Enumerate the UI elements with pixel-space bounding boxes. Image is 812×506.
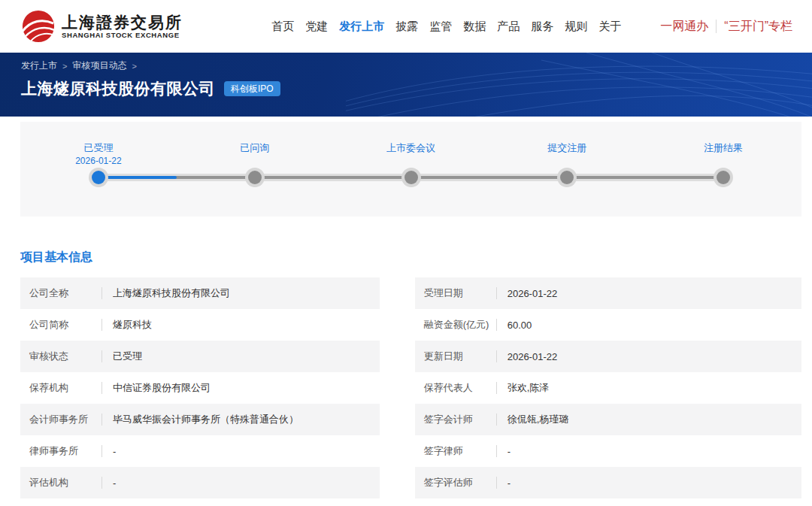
info-row-label: 更新日期 <box>424 350 496 363</box>
info-row-right-3: 更新日期2026-01-22 <box>415 341 801 372</box>
info-row-label: 会计师事务所 <box>29 413 102 426</box>
info-row-divider <box>102 477 102 489</box>
info-row-left-6: 律师事务所- <box>20 435 380 467</box>
info-row-value: 上海燧原科技股份有限公司 <box>113 286 230 300</box>
section-title-basic-info: 项目基本信息 <box>20 250 812 265</box>
quick-link-sankaimen[interactable]: “三开门”专栏 <box>724 19 792 35</box>
info-row-divider <box>496 287 497 299</box>
timeline-step-dot <box>245 168 265 187</box>
info-row-divider <box>496 319 497 331</box>
info-row-label: 律师事务所 <box>29 444 102 458</box>
info-row-label: 保荐代表人 <box>424 381 496 395</box>
nav-item-2[interactable]: 党建 <box>305 20 328 34</box>
info-row-label: 保荐机构 <box>29 381 102 395</box>
page-banner: 发行上市 > 审核项目动态 > 上海燧原科技股份有限公司 科创板IPO <box>0 53 812 117</box>
project-info-tables: 公司全称上海燧原科技股份有限公司公司简称燧原科技审核状态已受理保荐机构中信证券股… <box>20 277 801 498</box>
info-row-label: 签字会计师 <box>424 413 496 426</box>
logo-text-en: SHANGHAI STOCK EXCHANGE <box>62 31 183 39</box>
info-row-divider <box>102 445 102 457</box>
nav-item-5[interactable]: 监管 <box>429 20 452 34</box>
info-row-divider <box>496 382 497 394</box>
timeline-step-label: 注册结果 <box>663 141 783 155</box>
sse-logo-icon <box>21 9 56 44</box>
nav-item-3[interactable]: 发行上市 <box>339 20 384 34</box>
info-row-left-2: 公司简称燧原科技 <box>20 309 380 341</box>
info-row-left-4: 保荐机构中信证券股份有限公司 <box>20 372 380 404</box>
breadcrumb-separator: > <box>132 62 136 71</box>
info-row-right-1: 受理日期2026-01-22 <box>415 277 801 309</box>
timeline-step-4: 提交注册 <box>507 122 627 155</box>
timeline-progress <box>98 176 177 179</box>
info-row-right-4: 保荐代表人张欢,陈泽 <box>415 372 801 404</box>
info-row-label: 评估机构 <box>29 476 102 489</box>
info-row-label: 签字评估师 <box>424 476 496 489</box>
timeline-step-dot <box>714 168 733 187</box>
timeline-step-label: 提交注册 <box>507 141 627 155</box>
nav-item-8[interactable]: 服务 <box>531 20 553 34</box>
info-row-value: - <box>113 446 116 457</box>
info-row-value: 徐侃瓴,杨瑾璐 <box>508 413 569 426</box>
info-row-left-1: 公司全称上海燧原科技股份有限公司 <box>20 277 380 309</box>
audit-timeline: 已受理2026-01-22已问询上市委会议提交注册注册结果 <box>20 122 801 217</box>
info-row-label: 签字律师 <box>424 444 496 458</box>
logo-text-cn: 上海證券交易所 <box>62 14 183 31</box>
info-row-divider <box>496 350 497 362</box>
timeline-step-label: 已问询 <box>195 141 315 155</box>
info-row-divider <box>496 445 497 457</box>
info-row-value: 燧原科技 <box>113 318 152 332</box>
nav-item-7[interactable]: 产品 <box>497 20 520 34</box>
quick-links-divider <box>716 20 717 33</box>
timeline-step-3: 上市委会议 <box>351 122 471 155</box>
info-row-divider <box>102 350 102 362</box>
top-header: 上海證券交易所 SHANGHAI STOCK EXCHANGE 首页党建发行上市… <box>0 0 812 53</box>
timeline-step-dot <box>89 168 108 187</box>
info-row-value: 毕马威华振会计师事务所（特殊普通合伙） <box>113 413 298 426</box>
timeline-step-label: 上市委会议 <box>351 141 471 155</box>
info-row-value: - <box>508 446 511 457</box>
page-title: 上海燧原科技股份有限公司 <box>21 78 215 99</box>
info-row-label: 审核状态 <box>29 350 102 363</box>
sse-logo[interactable]: 上海證券交易所 SHANGHAI STOCK EXCHANGE <box>21 9 183 44</box>
timeline-step-dot <box>557 168 577 187</box>
info-row-value: 中信证券股份有限公司 <box>113 381 211 395</box>
info-row-value: 张欢,陈泽 <box>508 381 550 395</box>
board-badge: 科创板IPO <box>224 81 280 96</box>
info-row-divider <box>102 414 102 426</box>
info-table-left: 公司全称上海燧原科技股份有限公司公司简称燧原科技审核状态已受理保荐机构中信证券股… <box>20 277 380 498</box>
timeline-step-2: 已问询 <box>195 122 315 155</box>
nav-item-6[interactable]: 数据 <box>463 20 486 34</box>
quick-link-yiwangtongban[interactable]: 一网通办 <box>660 19 708 35</box>
timeline-step-1: 已受理2026-01-22 <box>38 122 159 166</box>
breadcrumb: 发行上市 > 审核项目动态 > <box>21 59 812 72</box>
timeline-step-dot <box>401 168 421 187</box>
info-row-left-5: 会计师事务所毕马威华振会计师事务所（特殊普通合伙） <box>20 404 380 435</box>
info-row-left-7: 评估机构- <box>20 467 380 498</box>
breadcrumb-item-fxss[interactable]: 发行上市 <box>21 59 57 72</box>
info-row-divider <box>102 319 102 331</box>
info-row-label: 公司全称 <box>29 286 102 300</box>
timeline-step-date: 2026-01-22 <box>38 156 159 166</box>
quick-links: 一网通办 “三开门”专栏 <box>660 19 792 35</box>
info-row-value: - <box>508 477 511 489</box>
nav-item-9[interactable]: 规则 <box>565 20 587 34</box>
info-row-divider <box>102 382 102 394</box>
info-row-value: 2026-01-22 <box>508 288 558 299</box>
timeline-step-label: 已受理 <box>38 141 159 155</box>
main-nav: 首页党建发行上市披露监管数据产品服务规则关于 <box>271 20 621 34</box>
nav-item-10[interactable]: 关于 <box>598 20 621 34</box>
info-row-right-7: 签字评估师- <box>415 467 801 498</box>
info-row-divider <box>496 477 497 489</box>
nav-item-4[interactable]: 披露 <box>395 20 418 34</box>
info-row-value: - <box>113 477 116 489</box>
info-row-right-5: 签字会计师徐侃瓴,杨瑾璐 <box>415 404 801 435</box>
info-row-left-3: 审核状态已受理 <box>20 341 380 372</box>
nav-item-1[interactable]: 首页 <box>271 20 294 34</box>
info-row-right-6: 签字律师- <box>415 435 801 467</box>
info-row-value: 2026-01-22 <box>508 351 558 362</box>
info-row-divider <box>496 414 497 426</box>
breadcrumb-separator: > <box>62 62 67 71</box>
info-row-label: 受理日期 <box>424 286 496 300</box>
info-row-divider <box>102 287 102 299</box>
info-row-value: 已受理 <box>113 350 142 363</box>
breadcrumb-item-shxmdt[interactable]: 审核项目动态 <box>72 59 126 72</box>
